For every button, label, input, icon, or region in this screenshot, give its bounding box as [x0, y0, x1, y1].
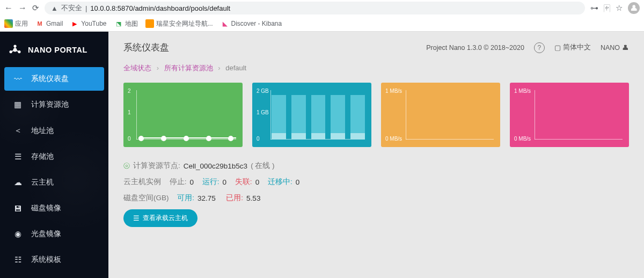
- sidebar-item-template[interactable]: ☷系统模板: [4, 248, 104, 272]
- disc-icon: ◉: [13, 229, 23, 239]
- project-info: Project Nano 1.3.0 © 2018~2020: [426, 44, 524, 52]
- grid-icon: ▦: [13, 100, 23, 109]
- ruixing-icon: [145, 19, 154, 28]
- crumb-global[interactable]: 全域状态: [123, 64, 151, 72]
- forward-button[interactable]: →: [18, 3, 27, 13]
- page-title: 系统仪表盘: [123, 41, 169, 54]
- node-info: ⦾ 计算资源节点: Cell_000c29b1b5c3 ( 在线 ) 云主机实例…: [108, 153, 644, 241]
- translate-icon[interactable]: 🀄︎: [604, 3, 610, 13]
- chart-memory: 2 GB 1 GB 0: [252, 83, 371, 147]
- nav: 〰系统仪表盘 ▦计算资源池 ＜地址池 ☰存储池 ☁云主机 💾︎磁盘镜像 ◉光盘镜…: [4, 67, 104, 272]
- profile-avatar[interactable]: 👤︎: [628, 2, 640, 14]
- reload-button[interactable]: ⟳: [32, 3, 39, 13]
- topbar: 系统仪表盘 Project Nano 1.3.0 © 2018~2020 ? ▢…: [108, 32, 644, 61]
- share-icon: ＜: [13, 126, 23, 136]
- back-button[interactable]: ←: [4, 3, 13, 13]
- url-text: 10.0.0.8:5870/admin/dashboard/pools/defa…: [90, 4, 230, 12]
- pulse-icon: 〰: [13, 75, 23, 84]
- insecure-label: 不安全: [61, 3, 82, 13]
- comment-icon: ▢: [554, 43, 561, 52]
- logo-icon: [8, 42, 23, 57]
- kibana-icon: ◣: [221, 19, 229, 28]
- sidebar-item-address-pool[interactable]: ＜地址池: [4, 119, 104, 143]
- language-selector[interactable]: ▢简体中文: [554, 43, 591, 52]
- sidebar-item-compute-pool[interactable]: ▦计算资源池: [4, 93, 104, 116]
- sidebar-item-storage-pool[interactable]: ☰存储池: [4, 145, 104, 169]
- maps-bookmark[interactable]: ⬔地图: [114, 19, 138, 28]
- sidebar-item-cd-image[interactable]: ◉光盘镜像: [4, 222, 104, 246]
- bookmarks-bar: 应用 MGmail ▶YouTube ⬔地图 瑞星安全网址导航... ◣Disc…: [0, 16, 644, 31]
- insecure-icon: ▲: [51, 4, 58, 12]
- list-icon: ☰: [133, 214, 140, 222]
- sidebar-item-disk-image[interactable]: 💾︎磁盘镜像: [4, 196, 104, 220]
- help-button[interactable]: ?: [534, 42, 545, 53]
- youtube-icon: ▶: [70, 19, 79, 28]
- view-hosts-button[interactable]: ☰ 查看承载云主机: [123, 209, 197, 227]
- browser-chrome: ← → ⟳ ▲ 不安全 | 10.0.0.8:5870/admin/dashbo…: [0, 0, 644, 32]
- url-separator: |: [85, 4, 87, 12]
- line-plot: [138, 90, 236, 140]
- user-icon: 👤︎: [622, 44, 629, 52]
- breadcrumb: 全域状态 › 所有计算资源池 › default: [108, 61, 644, 83]
- sidebar-item-cloud-host[interactable]: ☁云主机: [4, 171, 104, 194]
- youtube-bookmark[interactable]: ▶YouTube: [70, 19, 106, 28]
- node-status: ( 在线 ): [251, 161, 275, 171]
- bar-plot: [272, 90, 365, 140]
- star-icon[interactable]: ☆: [616, 3, 623, 13]
- user-menu[interactable]: NANO👤︎: [601, 44, 629, 52]
- apps-icon: [4, 19, 13, 28]
- chart-instances: 2 1 0: [123, 83, 243, 147]
- address-bar[interactable]: ▲ 不安全 | 10.0.0.8:5870/admin/dashboard/po…: [45, 2, 585, 14]
- chart-net-io: 1 MB/s 0 MB/s: [510, 83, 629, 147]
- tune-icon: ☷: [13, 255, 23, 265]
- ruixing-bookmark[interactable]: 瑞星安全网址导航...: [145, 19, 213, 28]
- content: 系统仪表盘 Project Nano 1.3.0 © 2018~2020 ? ▢…: [108, 32, 644, 278]
- crumb-pools[interactable]: 所有计算资源池: [164, 64, 213, 72]
- gmail-icon: M: [35, 19, 44, 28]
- crumb-current: default: [225, 64, 246, 72]
- key-icon[interactable]: ⊶: [590, 3, 598, 13]
- chart-cards: 2 1 0 2 GB 1 GB 0: [108, 83, 644, 153]
- brand[interactable]: NANO PORTAL: [4, 38, 104, 67]
- sidebar-item-dashboard[interactable]: 〰系统仪表盘: [4, 67, 104, 91]
- chart-disk-io: 1 MB/s 0 MB/s: [381, 83, 500, 147]
- save-icon: 💾︎: [13, 204, 23, 213]
- gmail-bookmark[interactable]: MGmail: [35, 19, 63, 28]
- cloud-icon: ☁: [13, 178, 23, 187]
- wifi-icon: ⦾: [123, 161, 130, 171]
- map-icon: ⬔: [114, 19, 123, 28]
- sidebar: NANO PORTAL 〰系统仪表盘 ▦计算资源池 ＜地址池 ☰存储池 ☁云主机…: [0, 32, 108, 278]
- brand-name: NANO PORTAL: [28, 46, 87, 54]
- storage-icon: ☰: [13, 152, 23, 162]
- apps-bookmark[interactable]: 应用: [4, 19, 28, 28]
- kibana-bookmark[interactable]: ◣Discover - Kibana: [221, 19, 282, 28]
- node-name: Cell_000c29b1b5c3: [184, 162, 247, 170]
